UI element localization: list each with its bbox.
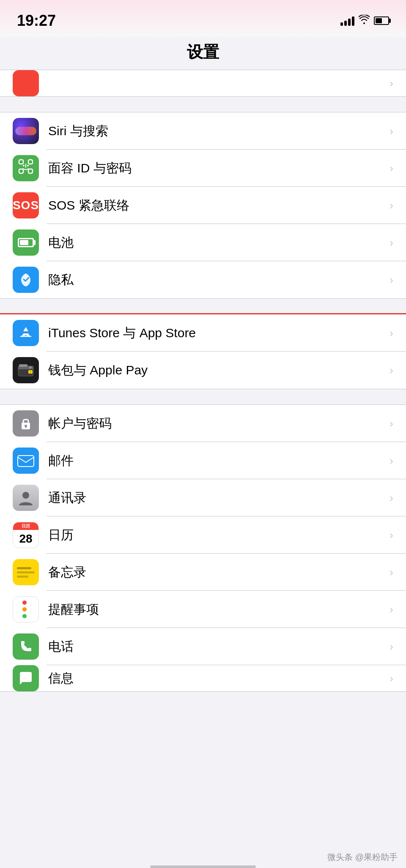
- partial-row[interactable]: ›: [0, 70, 406, 96]
- phone-icon: [13, 633, 39, 660]
- contacts-label: 通讯录: [48, 489, 385, 507]
- chevron-icon: ›: [390, 417, 393, 430]
- appstore-icon: [13, 320, 39, 346]
- faceid-icon: [13, 155, 39, 181]
- sos-label: SOS 紧急联络: [48, 197, 385, 214]
- section-system: Siri 与搜索 › 面容 ID 与密码 › SOS: [0, 112, 406, 299]
- battery-icon: [374, 16, 389, 25]
- mail-icon: [13, 448, 39, 474]
- chevron-icon: ›: [390, 566, 393, 579]
- partial-icon: [13, 70, 39, 96]
- svg-point-4: [23, 165, 25, 167]
- contacts-icon: [13, 485, 39, 511]
- chevron-icon: ›: [390, 77, 393, 90]
- chevron-icon: ›: [390, 199, 393, 212]
- settings-row-calendar[interactable]: 日历 28 日历 ›: [0, 516, 406, 554]
- battery-list-icon: [13, 229, 39, 256]
- svg-point-19: [22, 492, 29, 499]
- settings-row-sos[interactable]: SOS SOS 紧急联络 ›: [0, 187, 406, 224]
- settings-row-notes[interactable]: 备忘录 ›: [0, 554, 406, 591]
- chevron-icon: ›: [390, 529, 393, 542]
- battery-label: 电池: [48, 234, 385, 251]
- settings-row-contacts[interactable]: 通讯录 ›: [0, 479, 406, 516]
- signal-icon: [340, 16, 354, 26]
- siri-label: Siri 与搜索: [48, 123, 385, 140]
- settings-row-privacy[interactable]: 隐私 ›: [0, 261, 406, 298]
- home-indicator: [150, 865, 256, 868]
- wallet-label: 钱包与 Apple Pay: [48, 362, 385, 379]
- chevron-icon: ›: [390, 603, 393, 616]
- svg-point-5: [27, 165, 29, 167]
- passwords-label: 帐户与密码: [48, 415, 385, 432]
- chevron-icon: ›: [390, 162, 393, 175]
- svg-rect-0: [19, 160, 23, 164]
- settings-row-battery[interactable]: 电池 ›: [0, 224, 406, 261]
- chevron-icon: ›: [390, 491, 393, 505]
- section-store: iTunes Store 与 App Store › 钱包与 Apple Pay…: [0, 314, 406, 389]
- svg-rect-13: [29, 367, 32, 368]
- chevron-icon: ›: [390, 327, 393, 340]
- notes-icon: [13, 559, 39, 585]
- settings-row-phone[interactable]: 电话 ›: [0, 628, 406, 665]
- svg-point-12: [30, 371, 31, 373]
- chevron-icon: ›: [390, 364, 393, 377]
- status-icons: [340, 15, 389, 27]
- calendar-label: 日历: [48, 527, 385, 544]
- settings-row-reminders[interactable]: 提醒事项 ›: [0, 591, 406, 628]
- svg-rect-1: [28, 160, 33, 164]
- settings-row-mail[interactable]: 邮件 ›: [0, 442, 406, 479]
- phone-label: 电话: [48, 638, 385, 655]
- settings-row-itunes-appstore[interactable]: iTunes Store 与 App Store ›: [0, 314, 406, 352]
- settings-row-wallet[interactable]: 钱包与 Apple Pay ›: [0, 352, 406, 389]
- svg-rect-18: [18, 456, 34, 467]
- messages-icon: [13, 665, 39, 691]
- wifi-icon: [359, 15, 370, 27]
- chevron-icon: ›: [390, 273, 393, 287]
- settings-row-siri[interactable]: Siri 与搜索 ›: [0, 112, 406, 150]
- sos-icon: SOS: [13, 192, 39, 218]
- settings-row-faceid[interactable]: 面容 ID 与密码 ›: [0, 150, 406, 187]
- privacy-icon: [13, 267, 39, 293]
- page-title-bar: 设置: [0, 37, 406, 70]
- settings-row-passwords[interactable]: 帐户与密码 ›: [0, 405, 406, 442]
- page-title: 设置: [0, 41, 406, 63]
- wallet-icon: [13, 357, 39, 383]
- chevron-icon: ›: [390, 125, 393, 138]
- section-apps: 帐户与密码 › 邮件 › 通讯录 › 日历: [0, 404, 406, 692]
- faceid-label: 面容 ID 与密码: [48, 160, 385, 177]
- privacy-label: 隐私: [48, 271, 385, 289]
- settings-row-messages[interactable]: 信息 ›: [0, 665, 406, 691]
- chevron-icon: ›: [390, 672, 393, 685]
- svg-rect-10: [19, 364, 27, 367]
- messages-label: 信息: [48, 670, 385, 687]
- status-bar: 19:27: [0, 0, 406, 37]
- svg-rect-17: [25, 426, 26, 428]
- passwords-icon: [13, 410, 39, 437]
- svg-rect-3: [28, 169, 33, 173]
- chevron-icon: ›: [390, 640, 393, 653]
- svg-rect-14: [29, 368, 31, 369]
- reminders-label: 提醒事项: [48, 601, 385, 618]
- partial-group: ›: [0, 70, 406, 97]
- siri-icon: [13, 118, 39, 144]
- reminders-icon: [13, 596, 39, 622]
- mail-label: 邮件: [48, 452, 385, 469]
- notes-label: 备忘录: [48, 564, 385, 581]
- chevron-icon: ›: [390, 454, 393, 467]
- status-time: 19:27: [17, 12, 56, 30]
- calendar-icon: 日历 28: [13, 522, 39, 548]
- chevron-icon: ›: [390, 236, 393, 249]
- watermark: 微头条 @果粉助手: [327, 852, 398, 863]
- itunes-appstore-label: iTunes Store 与 App Store: [48, 325, 385, 342]
- svg-rect-2: [19, 169, 23, 173]
